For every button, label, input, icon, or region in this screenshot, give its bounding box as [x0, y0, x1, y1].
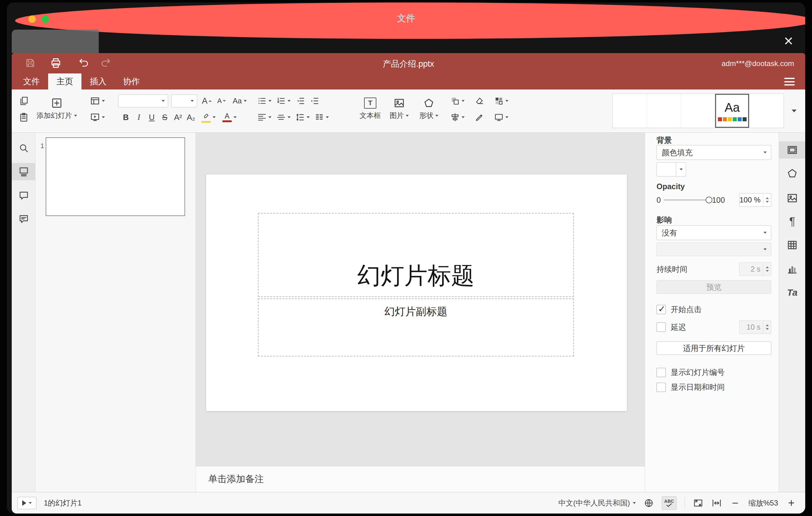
decrease-font-button[interactable]: A	[214, 94, 229, 108]
slide-title-placeholder[interactable]: 幻灯片标题	[258, 213, 574, 297]
vertical-align-button[interactable]	[274, 111, 292, 124]
add-slide-button[interactable]: 添加幻灯片	[33, 92, 80, 126]
superscript-button[interactable]: A²	[172, 111, 184, 124]
color-scheme-button[interactable]	[491, 94, 512, 108]
zoom-out-button[interactable]: −	[730, 497, 741, 509]
comments-button[interactable]	[12, 187, 35, 204]
close-icon[interactable]: ×	[780, 32, 797, 49]
clear-style-button[interactable]	[471, 94, 488, 108]
tab-file[interactable]: 文件	[15, 74, 48, 89]
theme-sample-text: Aa	[725, 101, 740, 114]
insert-textbox-button[interactable]: T 文本框	[357, 92, 383, 126]
duration-input[interactable]: 2 s	[739, 262, 771, 276]
theme-gallery-expand-button[interactable]	[787, 93, 802, 128]
feedback-chat-button[interactable]	[12, 210, 35, 228]
increase-indent-button[interactable]	[308, 94, 321, 108]
increase-font-button[interactable]: A	[200, 94, 214, 108]
tab-home[interactable]: 主页	[48, 74, 82, 89]
highlight-color-button[interactable]	[199, 111, 219, 124]
numbering-button[interactable]	[274, 94, 292, 108]
font-name-combo[interactable]	[118, 94, 168, 107]
undo-button[interactable]	[76, 56, 91, 70]
tab-insert[interactable]: 插入	[82, 74, 115, 89]
opacity-input[interactable]: 100 %	[739, 193, 771, 207]
insert-image-button[interactable]: 图片	[386, 92, 413, 126]
delay-checkbox[interactable]	[657, 322, 666, 332]
chevron-down-icon	[191, 100, 194, 102]
textbox-label: 文本框	[360, 111, 381, 120]
paste-button[interactable]	[17, 111, 31, 124]
horizontal-align-button[interactable]	[256, 111, 273, 124]
start-slideshow-statusbar-button[interactable]	[17, 497, 36, 509]
subscript-button[interactable]: A₂	[184, 111, 198, 124]
redo-button[interactable]	[98, 56, 113, 70]
strikeout-button[interactable]: S	[158, 111, 171, 124]
slide-surface[interactable]: 幻灯片标题 幻灯片副标题	[206, 174, 627, 411]
slide-settings-tab[interactable]	[779, 141, 805, 159]
preview-button[interactable]: 预览	[657, 280, 771, 294]
arrange-shape-button[interactable]	[447, 94, 468, 108]
underline-button[interactable]: U	[146, 111, 158, 124]
duration-spinner[interactable]	[763, 263, 771, 276]
image-settings-tab[interactable]	[779, 190, 805, 207]
notes-area[interactable]: 单击添加备注	[196, 466, 645, 492]
shape-settings-tab[interactable]	[779, 165, 805, 182]
effect-select[interactable]: 没有	[657, 225, 771, 240]
font-size-combo[interactable]	[171, 94, 197, 107]
background-fill-select[interactable]: 颜色填充	[657, 145, 771, 160]
color-picker-dropdown[interactable]	[676, 162, 686, 176]
insert-shape-button[interactable]: 形状	[415, 92, 442, 126]
theme-option-1[interactable]	[613, 94, 647, 128]
italic-button[interactable]: I	[133, 111, 145, 124]
fit-to-width-button[interactable]	[712, 498, 722, 508]
start-slideshow-button[interactable]	[87, 111, 108, 124]
textart-settings-tab[interactable]: Ta	[779, 284, 805, 301]
slide-size-button[interactable]	[491, 111, 512, 124]
document-language-button[interactable]	[644, 498, 654, 508]
delay-input[interactable]: 10 s	[739, 320, 771, 334]
bullets-button[interactable]	[256, 94, 273, 108]
theme-option-5[interactable]	[749, 94, 784, 128]
search-button[interactable]	[12, 140, 35, 157]
copy-button[interactable]	[17, 94, 31, 108]
slide-layout-button[interactable]	[87, 94, 108, 108]
print-button[interactable]	[49, 56, 63, 70]
background-color-picker[interactable]	[657, 162, 686, 176]
slide-subtitle-placeholder[interactable]: 幻灯片副标题	[258, 298, 574, 356]
bold-button[interactable]: B	[120, 111, 132, 124]
table-settings-tab[interactable]	[779, 236, 805, 254]
language-label: 中文(中华人民共和国)	[558, 498, 630, 508]
save-button[interactable]	[23, 56, 38, 70]
delay-spinner[interactable]	[763, 321, 771, 334]
theme-option-3[interactable]	[681, 94, 716, 128]
start-on-click-checkbox[interactable]	[657, 305, 666, 314]
opacity-slider[interactable]	[664, 199, 709, 201]
slide-counter: 1的幻灯片1	[44, 498, 82, 508]
chart-settings-tab[interactable]	[779, 260, 805, 278]
theme-option-2[interactable]	[647, 94, 681, 128]
language-selector[interactable]: 中文(中华人民共和国)	[558, 498, 636, 508]
copy-style-button[interactable]	[471, 111, 488, 124]
effect-variant-select[interactable]	[657, 242, 771, 256]
apply-to-all-slides-button[interactable]: 适用于所有幻灯片	[657, 341, 771, 355]
hamburger-menu-icon[interactable]	[784, 78, 795, 85]
tab-collaboration[interactable]: 协作	[115, 74, 148, 89]
spellcheck-button[interactable]: ABC	[662, 496, 676, 510]
zoom-in-button[interactable]: +	[786, 497, 796, 509]
opacity-slider-knob[interactable]	[705, 197, 712, 203]
change-case-button[interactable]: Aa	[229, 94, 250, 108]
left-icon-rail	[12, 133, 35, 492]
show-date-time-checkbox[interactable]	[657, 383, 666, 392]
font-color-button[interactable]: A	[220, 111, 239, 124]
slides-panel-button[interactable]	[12, 163, 35, 180]
line-spacing-button[interactable]	[294, 111, 312, 124]
opacity-spinner[interactable]	[763, 194, 771, 206]
fit-to-slide-button[interactable]	[693, 498, 703, 508]
columns-button[interactable]	[313, 111, 331, 124]
show-slide-number-checkbox[interactable]	[657, 368, 666, 377]
paragraph-settings-tab[interactable]: ¶	[779, 213, 805, 230]
align-shape-button[interactable]	[447, 111, 468, 124]
theme-option-selected[interactable]: Aa	[715, 94, 749, 128]
slide-thumbnail-1[interactable]	[46, 137, 185, 216]
decrease-indent-button[interactable]	[294, 94, 307, 108]
